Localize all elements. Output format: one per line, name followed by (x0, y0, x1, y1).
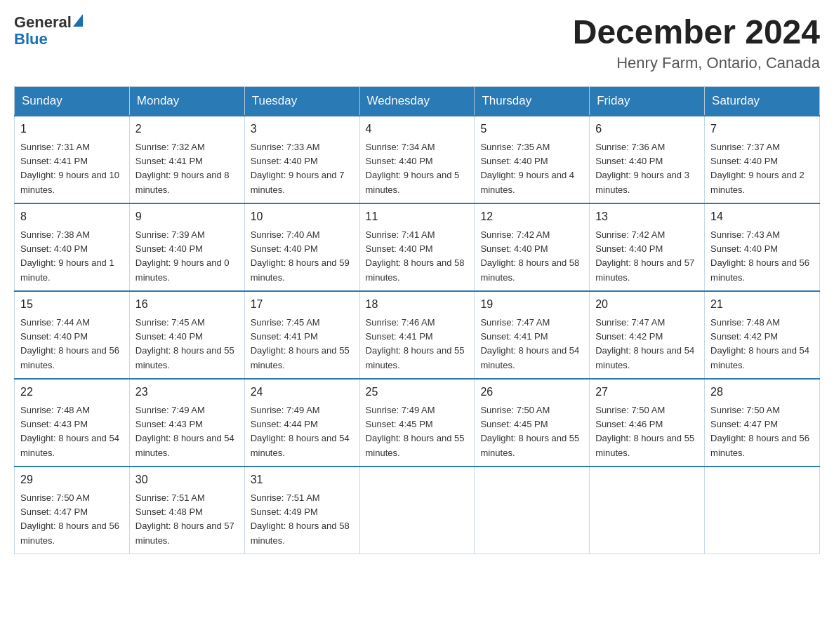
day-info: Sunrise: 7:35 AMSunset: 4:40 PMDaylight:… (480, 142, 574, 195)
calendar-cell: 23Sunrise: 7:49 AMSunset: 4:43 PMDayligh… (129, 379, 244, 467)
calendar-cell: 10Sunrise: 7:40 AMSunset: 4:40 PMDayligh… (244, 203, 359, 291)
calendar-cell: 9Sunrise: 7:39 AMSunset: 4:40 PMDaylight… (129, 203, 244, 291)
day-number: 15 (20, 296, 124, 313)
calendar-cell: 24Sunrise: 7:49 AMSunset: 4:44 PMDayligh… (244, 379, 359, 467)
logo-blue: Blue (14, 31, 83, 48)
day-info: Sunrise: 7:49 AMSunset: 4:43 PMDaylight:… (135, 405, 234, 458)
day-number: 9 (135, 208, 239, 225)
calendar-week-row: 22Sunrise: 7:48 AMSunset: 4:43 PMDayligh… (15, 379, 820, 467)
day-info: Sunrise: 7:36 AMSunset: 4:40 PMDaylight:… (595, 142, 689, 195)
day-info: Sunrise: 7:50 AMSunset: 4:45 PMDaylight:… (480, 405, 579, 458)
day-info: Sunrise: 7:34 AMSunset: 4:40 PMDaylight:… (366, 142, 460, 195)
day-info: Sunrise: 7:48 AMSunset: 4:42 PMDaylight:… (710, 317, 809, 370)
day-number: 20 (595, 296, 699, 313)
day-info: Sunrise: 7:50 AMSunset: 4:46 PMDaylight:… (595, 405, 694, 458)
calendar-cell: 18Sunrise: 7:46 AMSunset: 4:41 PMDayligh… (359, 291, 475, 379)
calendar-cell: 15Sunrise: 7:44 AMSunset: 4:40 PMDayligh… (15, 291, 130, 379)
location-title: Henry Farm, Ontario, Canada (573, 54, 820, 72)
day-info: Sunrise: 7:49 AMSunset: 4:44 PMDaylight:… (251, 405, 350, 458)
calendar-cell: 4Sunrise: 7:34 AMSunset: 4:40 PMDaylight… (359, 116, 475, 203)
calendar-cell: 27Sunrise: 7:50 AMSunset: 4:46 PMDayligh… (590, 379, 705, 467)
day-info: Sunrise: 7:43 AMSunset: 4:40 PMDaylight:… (710, 229, 809, 283)
logo-triangle-icon (73, 14, 83, 27)
day-number: 7 (710, 121, 814, 137)
day-number: 29 (20, 471, 124, 488)
calendar-cell (705, 467, 820, 554)
calendar-cell: 29Sunrise: 7:50 AMSunset: 4:47 PMDayligh… (15, 467, 130, 554)
day-number: 14 (710, 208, 814, 225)
day-number: 30 (135, 471, 239, 488)
day-number: 11 (366, 208, 469, 225)
day-info: Sunrise: 7:51 AMSunset: 4:49 PMDaylight:… (251, 492, 350, 546)
day-info: Sunrise: 7:42 AMSunset: 4:40 PMDaylight:… (480, 229, 579, 283)
calendar-cell: 11Sunrise: 7:41 AMSunset: 4:40 PMDayligh… (359, 203, 475, 291)
calendar-cell: 7Sunrise: 7:37 AMSunset: 4:40 PMDaylight… (705, 116, 820, 203)
col-thursday: Thursday (475, 86, 590, 116)
col-monday: Monday (129, 86, 244, 116)
day-info: Sunrise: 7:33 AMSunset: 4:40 PMDaylight:… (251, 142, 345, 195)
day-number: 21 (710, 296, 814, 313)
calendar-cell (590, 467, 705, 554)
day-number: 28 (710, 384, 814, 401)
page-header: General Blue December 2024 Henry Farm, O… (14, 14, 820, 72)
day-number: 5 (480, 121, 583, 137)
calendar-cell: 21Sunrise: 7:48 AMSunset: 4:42 PMDayligh… (705, 291, 820, 379)
calendar-cell: 3Sunrise: 7:33 AMSunset: 4:40 PMDaylight… (244, 116, 359, 203)
day-info: Sunrise: 7:48 AMSunset: 4:43 PMDaylight:… (20, 405, 119, 458)
day-number: 1 (20, 121, 124, 137)
day-info: Sunrise: 7:46 AMSunset: 4:41 PMDaylight:… (366, 317, 465, 370)
day-number: 25 (366, 384, 469, 401)
day-info: Sunrise: 7:45 AMSunset: 4:41 PMDaylight:… (251, 317, 350, 370)
day-number: 2 (135, 121, 239, 137)
day-info: Sunrise: 7:49 AMSunset: 4:45 PMDaylight:… (366, 405, 465, 458)
day-info: Sunrise: 7:42 AMSunset: 4:40 PMDaylight:… (595, 229, 694, 283)
day-number: 24 (251, 384, 354, 401)
calendar-cell: 22Sunrise: 7:48 AMSunset: 4:43 PMDayligh… (15, 379, 130, 467)
day-info: Sunrise: 7:45 AMSunset: 4:40 PMDaylight:… (135, 317, 234, 370)
calendar-cell: 20Sunrise: 7:47 AMSunset: 4:42 PMDayligh… (590, 291, 705, 379)
day-number: 8 (20, 208, 124, 225)
day-number: 4 (366, 121, 469, 137)
day-info: Sunrise: 7:50 AMSunset: 4:47 PMDaylight:… (20, 492, 119, 546)
month-title: December 2024 (573, 14, 820, 51)
calendar-cell: 13Sunrise: 7:42 AMSunset: 4:40 PMDayligh… (590, 203, 705, 291)
day-number: 3 (251, 121, 354, 137)
calendar-cell: 14Sunrise: 7:43 AMSunset: 4:40 PMDayligh… (705, 203, 820, 291)
col-friday: Friday (590, 86, 705, 116)
calendar-cell: 1Sunrise: 7:31 AMSunset: 4:41 PMDaylight… (15, 116, 130, 203)
calendar-table: Sunday Monday Tuesday Wednesday Thursday… (14, 86, 820, 554)
logo-general: General (14, 14, 72, 31)
title-block: December 2024 Henry Farm, Ontario, Canad… (573, 14, 820, 72)
day-number: 18 (366, 296, 469, 313)
calendar-week-row: 8Sunrise: 7:38 AMSunset: 4:40 PMDaylight… (15, 203, 820, 291)
day-number: 12 (480, 208, 583, 225)
calendar-week-row: 29Sunrise: 7:50 AMSunset: 4:47 PMDayligh… (15, 467, 820, 554)
calendar-cell: 8Sunrise: 7:38 AMSunset: 4:40 PMDaylight… (15, 203, 130, 291)
day-info: Sunrise: 7:47 AMSunset: 4:41 PMDaylight:… (480, 317, 579, 370)
day-number: 17 (251, 296, 354, 313)
day-number: 31 (251, 471, 354, 488)
calendar-cell: 12Sunrise: 7:42 AMSunset: 4:40 PMDayligh… (475, 203, 590, 291)
calendar-cell: 2Sunrise: 7:32 AMSunset: 4:41 PMDaylight… (129, 116, 244, 203)
col-tuesday: Tuesday (244, 86, 359, 116)
day-number: 10 (251, 208, 354, 225)
day-number: 13 (595, 208, 699, 225)
calendar-body: 1Sunrise: 7:31 AMSunset: 4:41 PMDaylight… (15, 116, 820, 554)
day-info: Sunrise: 7:31 AMSunset: 4:41 PMDaylight:… (20, 142, 119, 195)
calendar-cell: 17Sunrise: 7:45 AMSunset: 4:41 PMDayligh… (244, 291, 359, 379)
calendar-cell (359, 467, 475, 554)
logo: General Blue (14, 14, 83, 48)
day-info: Sunrise: 7:50 AMSunset: 4:47 PMDaylight:… (710, 405, 809, 458)
day-info: Sunrise: 7:38 AMSunset: 4:40 PMDaylight:… (20, 229, 114, 283)
day-info: Sunrise: 7:37 AMSunset: 4:40 PMDaylight:… (710, 142, 805, 195)
day-number: 23 (135, 384, 239, 401)
calendar-cell: 28Sunrise: 7:50 AMSunset: 4:47 PMDayligh… (705, 379, 820, 467)
day-number: 22 (20, 384, 124, 401)
calendar-cell (475, 467, 590, 554)
day-number: 19 (480, 296, 583, 313)
day-number: 26 (480, 384, 583, 401)
calendar-cell: 25Sunrise: 7:49 AMSunset: 4:45 PMDayligh… (359, 379, 475, 467)
calendar-cell: 5Sunrise: 7:35 AMSunset: 4:40 PMDaylight… (475, 116, 590, 203)
calendar-cell: 6Sunrise: 7:36 AMSunset: 4:40 PMDaylight… (590, 116, 705, 203)
calendar-cell: 26Sunrise: 7:50 AMSunset: 4:45 PMDayligh… (475, 379, 590, 467)
